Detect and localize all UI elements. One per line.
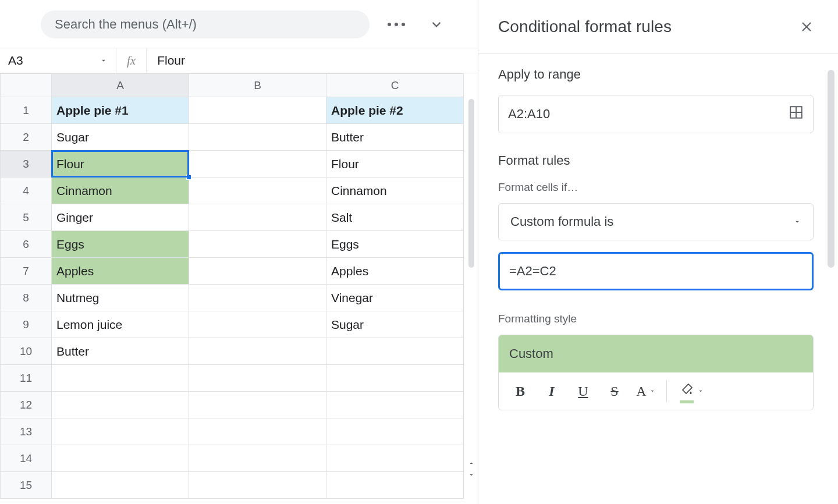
- cell[interactable]: [189, 97, 326, 124]
- chevron-down-icon: [429, 17, 444, 32]
- fill-handle[interactable]: [186, 175, 191, 180]
- spreadsheet-main: Search the menus (Alt+/) A3 fx Flour ABC: [0, 0, 478, 504]
- cell[interactable]: [52, 445, 189, 472]
- text-color-button[interactable]: A: [630, 377, 662, 405]
- cell[interactable]: [52, 392, 189, 418]
- column-header-B[interactable]: B: [189, 74, 326, 97]
- scroll-down-button[interactable]: [467, 470, 475, 480]
- vertical-scrollbar[interactable]: [467, 99, 475, 481]
- cell[interactable]: Butter: [326, 124, 464, 151]
- strikethrough-button[interactable]: S: [599, 377, 630, 405]
- row-header[interactable]: 12: [1, 392, 52, 418]
- cell[interactable]: [326, 472, 464, 499]
- cell[interactable]: Lemon juice: [52, 311, 189, 338]
- underline-button[interactable]: U: [567, 377, 599, 405]
- custom-formula-value: =A2=C2: [509, 264, 556, 279]
- select-range-icon[interactable]: [789, 105, 804, 123]
- row-header[interactable]: 9: [1, 311, 52, 338]
- row-header[interactable]: 13: [1, 418, 52, 445]
- row-header[interactable]: 8: [1, 285, 52, 311]
- condition-select[interactable]: Custom formula is: [498, 203, 814, 240]
- row-header[interactable]: 1: [1, 97, 52, 124]
- row-header[interactable]: 7: [1, 258, 52, 285]
- cell[interactable]: Sugar: [326, 311, 464, 338]
- panel-scrollbar-thumb[interactable]: [828, 70, 835, 268]
- spreadsheet-grid[interactable]: ABC1Apple pie #1Apple pie #22SugarButter…: [0, 73, 464, 499]
- cell[interactable]: Salt: [326, 204, 464, 231]
- cell[interactable]: [189, 124, 326, 151]
- scroll-up-button[interactable]: [467, 459, 475, 468]
- cell[interactable]: [189, 151, 326, 178]
- cell[interactable]: [326, 445, 464, 472]
- cell[interactable]: Flour: [52, 151, 189, 178]
- row-header[interactable]: 2: [1, 124, 52, 151]
- conditional-format-panel: Conditional format rules Apply to range …: [478, 0, 838, 504]
- bold-button[interactable]: B: [505, 377, 536, 405]
- fill-color-button[interactable]: [672, 377, 712, 405]
- style-preview[interactable]: Custom: [499, 335, 813, 372]
- menu-search[interactable]: Search the menus (Alt+/): [41, 10, 370, 38]
- cell[interactable]: [326, 338, 464, 365]
- apply-range-field[interactable]: A2:A10: [498, 95, 814, 133]
- cell[interactable]: [189, 365, 326, 392]
- cell[interactable]: [189, 258, 326, 285]
- row-header[interactable]: 6: [1, 231, 52, 258]
- format-rules-label: Format rules: [498, 153, 814, 168]
- cell[interactable]: [326, 392, 464, 418]
- cell[interactable]: [189, 418, 326, 445]
- cell[interactable]: Apple pie #1: [52, 97, 189, 124]
- panel-title: Conditional format rules: [498, 17, 672, 36]
- close-panel-button[interactable]: [800, 20, 814, 34]
- cell[interactable]: [189, 311, 326, 338]
- cell[interactable]: [189, 472, 326, 499]
- cell[interactable]: [189, 204, 326, 231]
- column-header-A[interactable]: A: [52, 74, 189, 97]
- cell[interactable]: [189, 338, 326, 365]
- style-preview-text: Custom: [509, 346, 553, 361]
- row-header[interactable]: 4: [1, 178, 52, 204]
- formula-input[interactable]: Flour: [147, 54, 478, 68]
- cell[interactable]: Apples: [52, 258, 189, 285]
- cell[interactable]: [326, 418, 464, 445]
- cell[interactable]: Cinnamon: [52, 178, 189, 204]
- cell[interactable]: Eggs: [326, 231, 464, 258]
- cell[interactable]: Cinnamon: [326, 178, 464, 204]
- cell[interactable]: [52, 418, 189, 445]
- cell[interactable]: [189, 392, 326, 418]
- condition-selected-value: Custom formula is: [510, 214, 613, 229]
- cell[interactable]: Eggs: [52, 231, 189, 258]
- italic-button[interactable]: I: [536, 377, 567, 405]
- cell[interactable]: Flour: [326, 151, 464, 178]
- cell[interactable]: Apple pie #2: [326, 97, 464, 124]
- cell[interactable]: [52, 365, 189, 392]
- expand-toolbar-button[interactable]: [423, 17, 450, 32]
- menu-search-placeholder: Search the menus (Alt+/): [55, 17, 197, 32]
- cell[interactable]: Ginger: [52, 204, 189, 231]
- row-header[interactable]: 5: [1, 204, 52, 231]
- name-box[interactable]: A3: [0, 48, 116, 73]
- cell[interactable]: Vinegar: [326, 285, 464, 311]
- custom-formula-input[interactable]: =A2=C2: [498, 252, 814, 290]
- cell[interactable]: Butter: [52, 338, 189, 365]
- cell[interactable]: [326, 365, 464, 392]
- scrollbar-thumb[interactable]: [468, 99, 474, 268]
- dropdown-arrow-icon: [697, 388, 704, 395]
- row-header[interactable]: 14: [1, 445, 52, 472]
- cell[interactable]: [189, 445, 326, 472]
- more-menu-button[interactable]: [386, 23, 407, 26]
- row-header[interactable]: 10: [1, 338, 52, 365]
- row-header[interactable]: 3: [1, 151, 52, 178]
- dropdown-arrow-icon: [649, 388, 656, 395]
- row-header[interactable]: 11: [1, 365, 52, 392]
- cell[interactable]: [189, 231, 326, 258]
- dropdown-arrow-icon: [793, 218, 801, 226]
- cell[interactable]: [189, 178, 326, 204]
- row-header[interactable]: 15: [1, 472, 52, 499]
- cell[interactable]: Sugar: [52, 124, 189, 151]
- cell[interactable]: Apples: [326, 258, 464, 285]
- cell[interactable]: [189, 285, 326, 311]
- select-all-corner[interactable]: [1, 74, 52, 97]
- cell[interactable]: Nutmeg: [52, 285, 189, 311]
- column-header-C[interactable]: C: [326, 74, 464, 97]
- cell[interactable]: [52, 472, 189, 499]
